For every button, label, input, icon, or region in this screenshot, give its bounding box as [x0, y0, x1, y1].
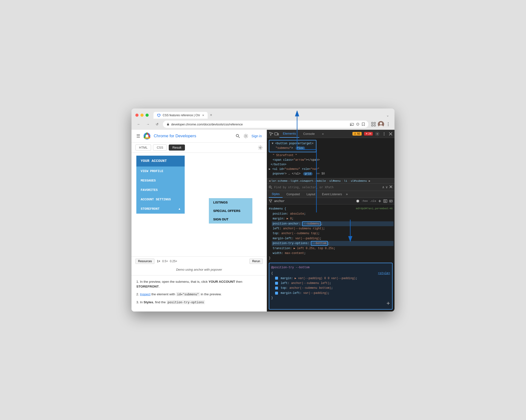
submenu-item-sign-out[interactable]: SIGN OUT — [209, 215, 252, 223]
menu-header[interactable]: YOUR ACCOUNT — [136, 156, 185, 167]
search-nav: ∧ ∨ — [382, 185, 393, 189]
id-submenu-code: id="submenu" — [176, 292, 200, 296]
inspect-link[interactable]: Inspect — [140, 292, 151, 296]
maximize-button[interactable] — [145, 114, 149, 117]
checkbox-icon[interactable] — [275, 292, 278, 295]
svg-point-29 — [269, 186, 271, 188]
breadcrumb-arrow-left[interactable]: ◀ — [269, 179, 271, 182]
svg-rect-32 — [389, 200, 392, 202]
instruction-number: 3. — [136, 300, 139, 304]
device-toolbar-icon[interactable] — [274, 131, 279, 136]
tab-styles[interactable]: Styles — [269, 191, 283, 198]
filter-input[interactable] — [274, 199, 354, 203]
menu-item-messages[interactable]: MESSAGES — [136, 176, 185, 185]
breadcrumb-arrow-right[interactable]: ▶ — [369, 179, 371, 182]
tab-event-listeners[interactable]: Event Listeners — [319, 191, 345, 197]
close-button[interactable] — [135, 114, 139, 117]
url-text: developer.chrome.com/docs/devtools/css/r… — [171, 122, 243, 126]
active-tab[interactable]: CSS features reference | Chr ✕ — [153, 112, 208, 119]
menu-item-favorites[interactable]: FAVORITES — [136, 185, 185, 195]
find-input[interactable] — [274, 186, 380, 189]
checkbox-icon[interactable] — [275, 277, 278, 280]
svg-point-20 — [236, 134, 239, 137]
breadcrumb-ul-submenu[interactable]: ul#submenu — [351, 179, 367, 182]
add-style-icon[interactable] — [378, 199, 381, 203]
flex-badge: flex — [296, 146, 305, 150]
style-tag-link[interactable]: <style> — [378, 271, 390, 276]
nav-menu: YOUR ACCOUNT VIEW PROFILE MESSAGES FAVOR… — [136, 156, 185, 214]
new-style-rule-icon[interactable] — [383, 199, 387, 203]
sign-in-button[interactable]: Sign in — [251, 134, 262, 138]
address-field[interactable]: developer.chrome.com/docs/devtools/css/r… — [163, 120, 368, 128]
tab-more[interactable]: » — [319, 130, 327, 138]
profile-icon[interactable] — [378, 121, 384, 128]
tab-computed[interactable]: Computed — [283, 191, 303, 197]
position-try-open: { <style> — [271, 271, 390, 276]
hamburger-icon[interactable]: ☰ — [136, 133, 140, 139]
tab-menu-icon[interactable]: ⌄ — [385, 112, 391, 119]
class-icon[interactable]: .cls — [370, 200, 376, 202]
filter-icon — [269, 199, 272, 203]
traffic-lights — [135, 114, 149, 117]
submenu-item-listings[interactable]: LISTINGS — [209, 198, 252, 207]
html-popover-line: popover> … </ul> grid == $0 — [269, 172, 325, 175]
css-prop-width: width: max-content; — [273, 251, 393, 256]
menu-item-view-profile[interactable]: VIEW PROFILE — [136, 167, 185, 176]
clear-filter-icon[interactable] — [356, 199, 359, 203]
svg-rect-8 — [374, 122, 375, 124]
tab-html[interactable]: HTML — [135, 144, 151, 150]
search-down-icon[interactable]: ∨ — [386, 185, 388, 189]
new-tab-button[interactable]: + — [208, 111, 215, 119]
add-rule-icon[interactable] — [386, 301, 390, 305]
tab-result[interactable]: Result — [169, 144, 185, 150]
devtools-icons: ⚠ 92 ✕ 24 — [353, 132, 393, 136]
instruction-1: 1. In the preview, open the submenu, tha… — [136, 279, 262, 289]
resources-button[interactable]: Resources — [135, 259, 154, 264]
devtools-settings-icon[interactable] — [375, 132, 380, 136]
bookmark-icon[interactable] — [362, 122, 365, 126]
svg-point-14 — [388, 122, 389, 123]
element-selector-icon[interactable] — [269, 131, 274, 136]
toggle-changes-icon[interactable] — [389, 199, 393, 203]
extensions-icon[interactable] — [371, 121, 376, 127]
search-up-icon[interactable]: ∧ — [382, 185, 384, 189]
menu-icon[interactable] — [386, 122, 391, 127]
checkbox-icon[interactable] — [275, 282, 278, 285]
tab-layout[interactable]: Layout — [303, 191, 318, 197]
minimize-button[interactable] — [141, 114, 144, 117]
bottom-value-highlight: --bottom — [311, 241, 328, 246]
tab-css[interactable]: CSS — [153, 144, 167, 150]
search-icon[interactable] — [235, 134, 240, 139]
devtools-menu-icon[interactable] — [382, 132, 386, 136]
checkbox-icon[interactable] — [275, 287, 278, 290]
zoom-025x[interactable]: 0.25× — [170, 260, 177, 263]
back-button[interactable]: ← — [135, 121, 142, 128]
tab-elements[interactable]: Elements — [279, 130, 299, 138]
svg-rect-2 — [167, 124, 169, 125]
tab-close-icon[interactable]: ✕ — [202, 114, 204, 117]
rerun-button[interactable]: Rerun — [250, 259, 263, 264]
breadcrumb-li[interactable]: li — [344, 179, 347, 182]
forward-button[interactable]: → — [145, 121, 151, 128]
menu-item-account-settings[interactable]: ACCOUNT SETTINGS — [136, 195, 185, 204]
menu-item-storefront[interactable]: STOREFRONT ▲ — [136, 204, 185, 214]
breadcrumb-color-scheme[interactable]: lor-scheme--light.viewport--mobile — [272, 179, 326, 182]
settings-icon[interactable] — [258, 145, 263, 150]
tab-console[interactable]: Console — [300, 130, 318, 138]
submenu-item-special-offers[interactable]: SPECIAL OFFERS — [209, 207, 252, 215]
devtools-close-icon[interactable] — [389, 132, 393, 136]
search-close-icon[interactable] — [389, 185, 393, 189]
refresh-button[interactable]: ↺ — [154, 121, 161, 128]
pseudo-state-icon[interactable]: :hov — [361, 200, 368, 202]
breadcrumb-ul-menu[interactable]: ul#menu — [329, 179, 340, 182]
theme-icon[interactable] — [243, 133, 249, 139]
css-prop-position-anchor: position-anchor: --submenu; — [272, 221, 394, 226]
demo-area: YOUR ACCOUNT VIEW PROFILE MESSAGES FAVOR… — [132, 153, 267, 256]
svg-point-27 — [384, 133, 384, 134]
cast-icon[interactable] — [350, 122, 354, 126]
zoom-1x[interactable]: 1× — [157, 260, 160, 263]
main-content: ☰ Chrome for Developers — [132, 130, 394, 311]
lens-icon[interactable] — [356, 122, 360, 126]
more-tabs-icon[interactable]: » — [346, 192, 348, 196]
zoom-05x[interactable]: 0.5× — [162, 260, 168, 263]
